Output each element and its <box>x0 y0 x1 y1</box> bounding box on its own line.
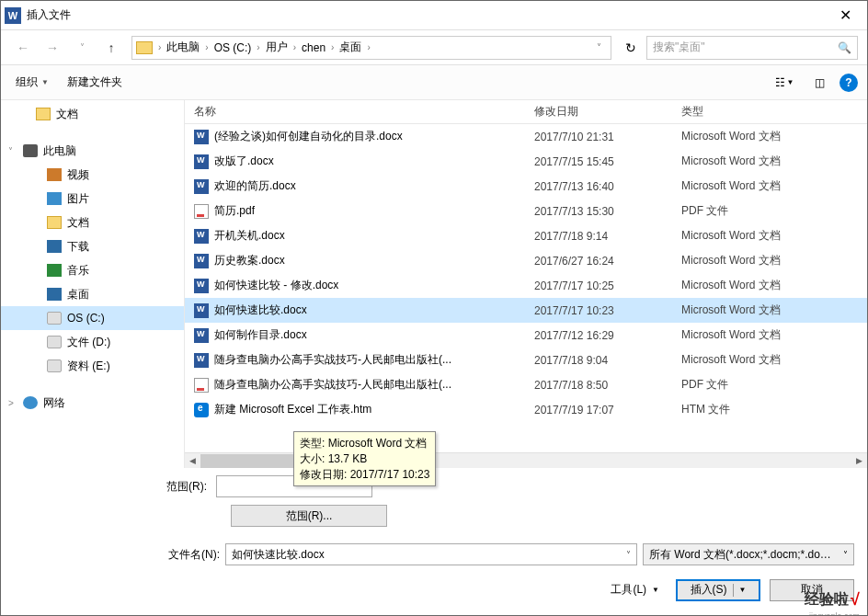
file-list-body[interactable]: (经验之谈)如何创建自动化的目录.docx2017/7/10 21:31Micr… <box>185 124 867 452</box>
file-row[interactable]: 改版了.docx2017/7/15 15:45Microsoft Word 文档 <box>185 149 867 174</box>
filename-input[interactable]: 如何快速比较.docx ˅ <box>225 543 637 565</box>
file-type: Microsoft Word 文档 <box>672 178 828 194</box>
breadcrumb-item[interactable]: 用户 <box>262 40 291 55</box>
file-type: HTM 文件 <box>672 402 828 417</box>
toolbar-right: ☷ ▼ ◫ ? <box>770 72 858 94</box>
range-label: 范围(R): <box>166 479 207 495</box>
sidebar-item[interactable]: 音乐 <box>1 258 184 282</box>
word-file-icon <box>194 303 209 318</box>
file-name-cell: 随身查电脑办公高手实战技巧-人民邮电出版社(... <box>185 352 525 368</box>
insert-button[interactable]: 插入(S) ▼ <box>676 579 760 601</box>
chevron-icon[interactable]: > <box>8 398 14 408</box>
col-type[interactable]: 类型 <box>672 104 828 120</box>
file-name-cell: 如何制作目录.docx <box>185 327 525 343</box>
file-row[interactable]: 随身查电脑办公高手实战技巧-人民邮电出版社(...2017/7/18 8:50P… <box>185 372 867 397</box>
file-row[interactable]: 开机关机.docx2017/7/18 9:14Microsoft Word 文档 <box>185 223 867 248</box>
sidebar-item-label: 文档 <box>56 107 78 122</box>
breadcrumb-item[interactable]: chen <box>298 41 329 54</box>
sidebar-item[interactable]: 资料 (E:) <box>1 354 184 378</box>
col-date[interactable]: 修改日期 <box>525 104 672 120</box>
dialog-buttons: 工具(L) ▼ 插入(S) ▼ 取消 <box>1 571 867 610</box>
nav-recent-drop[interactable]: ˅ <box>69 35 95 61</box>
breadcrumb[interactable]: › 此电脑 › OS (C:) › 用户 › chen › 桌面 › ˅ <box>131 36 611 60</box>
nav-back-button[interactable]: ← <box>10 35 36 61</box>
watermark-brand: 经验啦 <box>805 590 849 610</box>
file-row[interactable]: 历史教案.docx2017/6/27 16:24Microsoft Word 文… <box>185 248 867 273</box>
chevron-down-icon: ▼ <box>41 78 49 86</box>
filename-label: 文件名(N): <box>148 547 220 563</box>
file-name-cell: 简历.pdf <box>185 203 525 219</box>
file-name-cell: 随身查电脑办公高手实战技巧-人民邮电出版社(... <box>185 377 525 393</box>
sidebar-item[interactable]: >网络 <box>1 391 184 415</box>
file-row[interactable]: 欢迎的简历.docx2017/7/13 16:40Microsoft Word … <box>185 174 867 199</box>
download-icon <box>47 240 62 253</box>
sidebar-item[interactable]: OS (C:) <box>1 306 184 330</box>
file-date: 2017/7/19 17:07 <box>525 404 672 416</box>
chevron-right-icon: › <box>203 42 210 52</box>
scroll-left-button[interactable]: ◀ <box>185 453 200 469</box>
organize-menu[interactable]: 组织 ▼ <box>10 71 54 94</box>
file-row[interactable]: 如何制作目录.docx2017/7/12 16:29Microsoft Word… <box>185 323 867 348</box>
preview-pane-button[interactable]: ◫ <box>805 72 834 94</box>
file-date: 2017/7/12 16:29 <box>525 329 672 342</box>
file-name-cell: 新建 Microsoft Excel 工作表.htm <box>185 402 525 417</box>
file-type-filter[interactable]: 所有 Word 文档(*.docx;*.docm;*.doc;...) ˅ <box>643 543 854 565</box>
chevron-down-icon: ▼ <box>652 586 659 594</box>
search-input[interactable]: 搜索"桌面" 🔍 <box>646 36 858 60</box>
chevron-icon[interactable]: ˅ <box>8 146 13 156</box>
file-type: Microsoft Word 文档 <box>672 302 828 318</box>
refresh-button[interactable]: ↻ <box>619 36 643 60</box>
help-button[interactable]: ? <box>839 74 858 92</box>
sidebar-item[interactable]: ˅此电脑 <box>1 139 184 163</box>
window-title: 插入文件 <box>27 7 827 23</box>
breadcrumb-item[interactable]: 此电脑 <box>163 40 203 55</box>
file-row[interactable]: 简历.pdf2017/7/13 15:30PDF 文件 <box>185 199 867 223</box>
scroll-right-button[interactable]: ▶ <box>851 453 867 469</box>
chevron-down-icon[interactable]: ▼ <box>739 586 747 594</box>
chevron-right-icon: › <box>365 42 371 52</box>
breadcrumb-dropdown[interactable]: ˅ <box>591 42 607 52</box>
sidebar-item[interactable]: 图片 <box>1 187 184 211</box>
file-row[interactable]: (经验之谈)如何创建自动化的目录.docx2017/7/10 21:31Micr… <box>185 124 867 149</box>
nav-forward-button[interactable]: → <box>40 35 65 61</box>
toolbar: 组织 ▼ 新建文件夹 ☷ ▼ ◫ ? <box>1 65 867 100</box>
horizontal-scrollbar[interactable]: ◀ ▶ <box>185 452 867 468</box>
sidebar-item[interactable]: 文档 <box>1 102 184 126</box>
sidebar-item[interactable]: 文件 (D:) <box>1 330 184 354</box>
music-icon <box>47 264 62 277</box>
sidebar-item-label: 文件 (D:) <box>67 335 110 350</box>
new-folder-button[interactable]: 新建文件夹 <box>62 71 128 94</box>
tools-menu[interactable]: 工具(L) ▼ <box>603 578 667 601</box>
sidebar-item[interactable]: 视频 <box>1 163 184 187</box>
file-row[interactable]: 如何快速比较.docx2017/7/17 10:23Microsoft Word… <box>185 298 867 323</box>
file-name-cell: 如何快速比较 - 修改.docx <box>185 278 525 293</box>
nav-up-button[interactable]: ↑ <box>98 35 124 61</box>
file-name: 随身查电脑办公高手实战技巧-人民邮电出版社(... <box>214 352 451 368</box>
check-icon: √ <box>851 590 860 610</box>
sidebar-item[interactable]: 下载 <box>1 234 184 258</box>
sidebar-item[interactable]: 桌面 <box>1 282 184 306</box>
folder-icon <box>47 216 62 229</box>
file-name: 如何制作目录.docx <box>214 327 307 343</box>
close-button[interactable]: ✕ <box>827 3 863 29</box>
file-type: Microsoft Word 文档 <box>672 154 828 169</box>
chevron-down-icon[interactable]: ˅ <box>626 550 631 560</box>
file-date: 2017/7/17 10:23 <box>525 304 672 317</box>
breadcrumb-item[interactable]: OS (C:) <box>211 41 256 54</box>
file-row[interactable]: 新建 Microsoft Excel 工作表.htm2017/7/19 17:0… <box>185 397 867 422</box>
column-headers: 名称 修改日期 类型 <box>185 100 867 124</box>
file-type: PDF 文件 <box>672 203 828 219</box>
pc-icon <box>23 144 38 157</box>
drive-icon <box>47 359 62 372</box>
breadcrumb-item[interactable]: 桌面 <box>336 40 365 55</box>
file-row[interactable]: 随身查电脑办公高手实战技巧-人民邮电出版社(...2017/7/18 9:04M… <box>185 348 867 372</box>
view-mode-button[interactable]: ☷ ▼ <box>770 72 799 94</box>
file-tooltip: 类型: Microsoft Word 文档 大小: 13.7 KB 修改日期: … <box>293 431 436 486</box>
filter-text: 所有 Word 文档(*.docx;*.docm;*.doc;...) <box>649 547 833 563</box>
file-row[interactable]: 如何快速比较 - 修改.docx2017/7/17 10:25Microsoft… <box>185 273 867 298</box>
sidebar-item[interactable]: 文档 <box>1 211 184 234</box>
range-button[interactable]: 范围(R)... <box>231 505 387 527</box>
file-name-cell: 开机关机.docx <box>185 228 525 244</box>
sidebar[interactable]: 文档˅此电脑视频图片文档下载音乐桌面OS (C:)文件 (D:)资料 (E:)>… <box>1 100 185 468</box>
col-name[interactable]: 名称 <box>185 104 525 120</box>
